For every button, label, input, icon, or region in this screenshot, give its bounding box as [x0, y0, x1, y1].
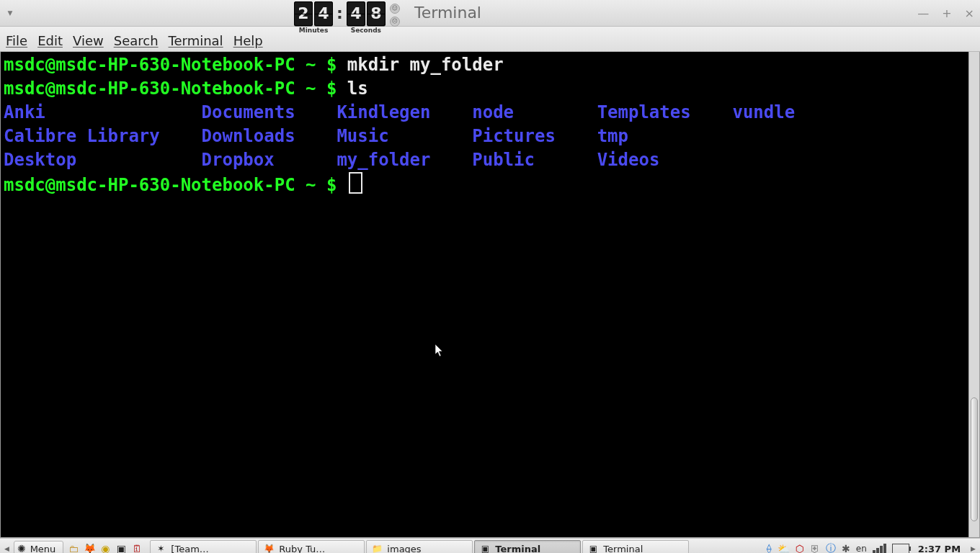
tray-info-icon[interactable]: ⓘ: [826, 542, 836, 553]
timer-seconds-group: 4 8 Seconds: [347, 1, 386, 34]
task-app-icon: 📁: [371, 543, 383, 553]
timer-minutes-group: 2 4 Minutes: [294, 1, 333, 34]
taskbar-task[interactable]: ▣Terminal: [474, 540, 581, 553]
tray-updates-icon[interactable]: ⬡: [796, 543, 804, 553]
timer-face-icons: ☺ ☹: [390, 1, 400, 27]
window-close-button[interactable]: ×: [965, 6, 974, 20]
task-app-icon: 🦊: [263, 543, 275, 553]
window-title: Terminal: [414, 0, 481, 26]
menu-view[interactable]: View: [73, 33, 104, 48]
menu-search[interactable]: Search: [114, 33, 159, 48]
timer-second-tens: 4: [347, 1, 365, 26]
terminal-content[interactable]: msdc@msdc-HP-630-Notebook-PC ~ $ mkdir m…: [1, 52, 979, 199]
system-tray: ⟠ ⛅ ⬡ ⛨ ⓘ ✱ en 2:37 PM ▶: [767, 542, 977, 553]
quick-launch-bar: 🗀 🦊 ◉ ▣ 🗓: [66, 541, 144, 553]
window-minimize-button[interactable]: —: [917, 6, 929, 20]
panel-left-arrow[interactable]: ◀: [3, 545, 11, 552]
desktop-taskbar: ◀ ✺ Menu 🗀 🦊 ◉ ▣ 🗓 ✶[Team…🦊Ruby Tu…📁imag…: [0, 538, 980, 553]
panel-right-arrow[interactable]: ▶: [969, 545, 977, 552]
face-neutral-icon: ☹: [390, 17, 400, 27]
tray-clock[interactable]: 2:37 PM: [915, 544, 963, 554]
tray-dropbox-icon[interactable]: ⟠: [767, 543, 772, 553]
tray-shield-icon[interactable]: ⛨: [810, 543, 820, 553]
terminal-cursor: [349, 172, 362, 194]
task-app-icon: ▣: [587, 543, 599, 553]
task-label: Terminal: [495, 544, 540, 554]
task-label: [Team…: [171, 544, 208, 554]
scrollbar-thumb[interactable]: [971, 397, 978, 521]
tray-network-icon[interactable]: [873, 544, 886, 553]
tray-battery-icon[interactable]: [892, 544, 909, 553]
launcher-music-icon[interactable]: ◉: [98, 541, 112, 553]
timer-minute-tens: 2: [294, 1, 313, 26]
task-app-icon: ✶: [155, 543, 166, 553]
countdown-timer-widget[interactable]: 2 4 Minutes : 4 8 Seconds ☺ ☹: [294, 1, 400, 34]
window-maximize-button[interactable]: +: [942, 6, 951, 20]
tray-language[interactable]: en: [856, 544, 867, 553]
taskbar-task[interactable]: 🦊Ruby Tu…: [258, 540, 365, 553]
window-titlebar: ▼ 2 4 Minutes : 4 8 Seconds ☺ ☹ Terminal…: [0, 0, 980, 27]
face-happy-icon: ☺: [390, 4, 400, 14]
task-label: images: [387, 544, 421, 554]
app-menubar: File Edit View Search Terminal Help: [0, 27, 980, 52]
terminal-viewport: msdc@msdc-HP-630-Notebook-PC ~ $ mkdir m…: [0, 52, 980, 538]
window-menu-dropdown[interactable]: ▼: [3, 9, 17, 17]
launcher-calendar-icon[interactable]: 🗓: [130, 541, 144, 553]
timer-minutes-label: Minutes: [299, 27, 329, 34]
tray-bluetooth-icon[interactable]: ✱: [842, 543, 850, 553]
launcher-terminal-icon[interactable]: ▣: [114, 541, 128, 553]
menu-terminal[interactable]: Terminal: [169, 33, 223, 48]
mouse-cursor-icon: [435, 343, 445, 361]
start-menu-label: Menu: [30, 544, 56, 554]
task-app-icon: ▣: [479, 543, 491, 553]
taskbar-tasks: ✶[Team…🦊Ruby Tu…📁images▣Terminal▣Termina…: [150, 540, 689, 553]
timer-seconds-label: Seconds: [351, 27, 381, 34]
taskbar-task[interactable]: ▣Terminal: [582, 540, 689, 553]
launcher-files-icon[interactable]: 🗀: [66, 541, 81, 553]
menu-edit[interactable]: Edit: [37, 33, 63, 48]
terminal-scrollbar[interactable]: [968, 52, 979, 537]
gear-icon: ✺: [17, 543, 26, 553]
launcher-firefox-icon[interactable]: 🦊: [82, 541, 97, 553]
start-menu-button[interactable]: ✺ Menu: [14, 541, 63, 553]
menu-file[interactable]: File: [6, 33, 27, 48]
menu-help[interactable]: Help: [233, 33, 263, 48]
taskbar-task[interactable]: ✶[Team…: [150, 540, 257, 553]
task-label: Ruby Tu…: [279, 544, 325, 554]
task-label: Terminal: [603, 544, 643, 554]
timer-minute-ones: 4: [314, 1, 333, 26]
timer-second-ones: 8: [367, 1, 386, 26]
tray-weather-icon[interactable]: ⛅: [778, 543, 790, 553]
taskbar-task[interactable]: 📁images: [366, 540, 473, 553]
timer-colon: :: [333, 1, 347, 22]
